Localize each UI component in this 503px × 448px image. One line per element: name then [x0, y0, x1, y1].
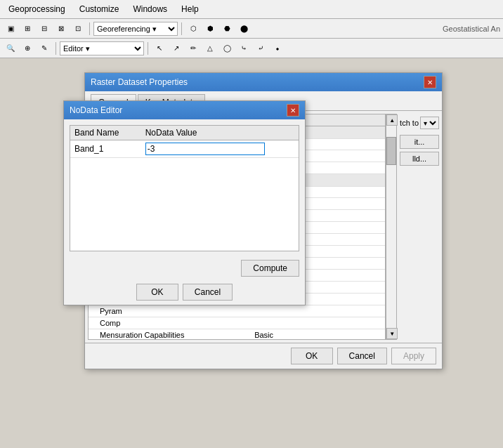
raster-apply-button[interactable]: Apply	[391, 348, 436, 364]
raster-ok-button[interactable]: OK	[291, 348, 333, 364]
toolbar2-btn-7[interactable]: △	[202, 41, 218, 56]
nodata-table-area: Band Name NoData Value Band_1	[70, 125, 299, 251]
scroll-up-arrow[interactable]: ▲	[386, 114, 398, 126]
toolbar2-btn-4[interactable]: ↖	[152, 41, 167, 56]
menu-item-help[interactable]: Help	[178, 3, 202, 15]
toolbar-btn-9[interactable]: ⬤	[236, 21, 252, 37]
compute-button[interactable]: Compute	[241, 260, 299, 277]
toolbar2-btn-10[interactable]: ⤶	[253, 41, 268, 56]
geostatistical-label: Geostatistical An	[443, 25, 500, 33]
table-row: Mensuration Capabilities Basic	[89, 329, 385, 341]
toolbar2-btn-6[interactable]: ✏	[185, 41, 201, 56]
nodata-value-input[interactable]	[145, 143, 265, 155]
nodata-col-band-name: Band Name	[70, 126, 141, 140]
toolbar2-btn-2[interactable]: ⊕	[20, 41, 35, 56]
main-area: Raster Dataset Properties ✕ General Key …	[0, 58, 503, 447]
raster-dialog-title-bar: Raster Dataset Properties ✕	[85, 73, 442, 91]
toolbar2-btn-5[interactable]: ↗	[169, 41, 184, 56]
toolbar-btn-3[interactable]: ⊟	[37, 21, 52, 37]
raster-cancel-button[interactable]: Cancel	[337, 348, 387, 364]
toolbar2-btn-8[interactable]: ◯	[219, 41, 235, 56]
switch-to-label: tch to	[400, 119, 419, 127]
band-name-cell: Band_1	[70, 140, 141, 158]
nodata-dialog-title-text: NoData Editor	[70, 105, 122, 115]
toolbar2-btn-11[interactable]: ⬥	[270, 41, 285, 56]
scroll-thumb[interactable]	[386, 137, 396, 165]
table-row: Pyram	[89, 305, 385, 317]
menu-item-windows[interactable]: Windows	[130, 3, 170, 15]
table-row: Comp	[89, 317, 385, 329]
scroll-down-arrow[interactable]: ▼	[386, 328, 398, 339]
toolbar-btn-6[interactable]: ⬡	[185, 21, 201, 37]
toolbar-btn-2[interactable]: ⊞	[20, 21, 35, 37]
menu-bar: Geoprocessing Customize Windows Help	[0, 0, 503, 19]
nodata-dialog-title-bar: NoData Editor ✕	[64, 101, 305, 119]
toolbar2-btn-1[interactable]: 🔍	[3, 41, 18, 56]
right-btn-1[interactable]: it...	[400, 135, 439, 149]
menu-item-geoprocessing[interactable]: Geoprocessing	[6, 3, 68, 15]
raster-dialog-title-text: Raster Dataset Properties	[91, 77, 188, 87]
toolbar2-separator-2	[148, 42, 148, 55]
georeferencing-dropdown[interactable]: Georeferencing ▾	[93, 22, 178, 36]
toolbar-btn-8[interactable]: ⬣	[219, 21, 235, 37]
toolbar2-btn-3[interactable]: ✎	[37, 41, 52, 56]
toolbar-btn-1[interactable]: ▣	[3, 21, 18, 37]
toolbar-btn-4[interactable]: ⊠	[53, 21, 69, 37]
menu-item-customize[interactable]: Customize	[77, 3, 122, 15]
right-btn-2[interactable]: lld...	[400, 152, 439, 166]
toolbar-btn-5[interactable]: ⊡	[70, 21, 86, 37]
toolbar-separator-1	[89, 22, 90, 35]
nodata-ok-button[interactable]: OK	[136, 284, 178, 301]
nodata-dialog-close-button[interactable]: ✕	[287, 104, 299, 117]
toolbar-1: ▣ ⊞ ⊟ ⊠ ⊡ Georeferencing ▾ ⬡ ⬢ ⬣ ⬤ Geost…	[0, 19, 503, 39]
editor-dropdown[interactable]: Editor ▾	[60, 41, 144, 55]
toolbar2-btn-9[interactable]: ⤷	[236, 41, 252, 56]
nodata-table-row: Band_1	[70, 140, 299, 158]
switch-to-dropdown[interactable]: ▾	[420, 117, 439, 129]
nodata-value-cell[interactable]	[141, 140, 299, 158]
right-side-buttons: tch to ▾ it... lld...	[397, 114, 439, 340]
toolbar-2: 🔍 ⊕ ✎ Editor ▾ ↖ ↗ ✏ △ ◯ ⤷ ⤶ ⬥	[0, 39, 503, 58]
nodata-editor-dialog: NoData Editor ✕ Band Name NoData Value B…	[63, 100, 306, 305]
toolbar-separator-2	[181, 22, 182, 35]
toolbar2-separator-1	[55, 42, 56, 55]
scrollbar[interactable]: ▲ ▼	[386, 114, 397, 340]
raster-dialog-close-button[interactable]: ✕	[424, 76, 436, 88]
raster-dialog-footer: OK Cancel Apply	[85, 343, 442, 369]
toolbar-btn-7[interactable]: ⬢	[202, 21, 218, 37]
nodata-cancel-button[interactable]: Cancel	[183, 284, 233, 301]
nodata-compute-row: Compute	[64, 257, 305, 279]
nodata-col-value: NoData Value	[141, 126, 299, 140]
nodata-footer: OK Cancel	[64, 279, 305, 305]
